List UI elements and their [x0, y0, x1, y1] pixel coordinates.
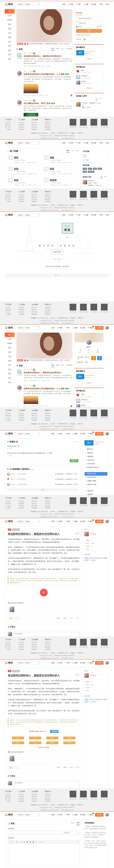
friend-link[interactable]: 大众百科: [50, 423, 57, 425]
nav-column[interactable]: 专栏: [65, 662, 70, 664]
topic-tag[interactable]: 白领: [98, 168, 102, 170]
footer-link[interactable]: 问题反馈: [45, 793, 58, 796]
header-avatar[interactable]: [105, 520, 109, 523]
like-button[interactable]: 0: [70, 70, 72, 72]
carousel-dot-active[interactable]: [44, 353, 45, 354]
topic-card[interactable]: 生活4 个讨论 1 个关注7 天新增 1 个讨论，30 天新增 2 个讨论: [7, 165, 43, 177]
font-size-tag[interactable]: A+: [8, 529, 11, 530]
post-thumbnail-sunset[interactable]: [24, 396, 38, 404]
nav-shop[interactable]: 商城: [80, 327, 85, 329]
user-row[interactable]: adminV0 个讨论 0 次访问: [76, 81, 102, 85]
sidebar-item-fashion[interactable]: 时尚: [5, 39, 15, 44]
rewarder-avatar[interactable]: [9, 607, 14, 612]
nav-column[interactable]: 专栏: [65, 814, 70, 816]
nav-topic[interactable]: 话题: [73, 662, 78, 664]
menu-signin-records[interactable]: 我的签到记录: [84, 476, 107, 479]
footer-link[interactable]: 机构认证: [32, 642, 45, 644]
signin-more-link[interactable]: 查看更多: [76, 381, 102, 384]
like-button[interactable]: 0: [8, 617, 15, 620]
footer-link[interactable]: 推广合作: [5, 417, 19, 419]
sidebar-item-news[interactable]: 新鲜事: [5, 341, 15, 346]
search-input[interactable]: [17, 141, 40, 145]
profile-name[interactable]: admin: [86, 346, 91, 348]
footer-link[interactable]: 数字营销: [32, 798, 45, 800]
footer-link[interactable]: 网站历程: [5, 196, 19, 198]
more-button[interactable]: 更多: [7, 488, 78, 492]
topic-tag[interactable]: 职场: [83, 170, 87, 173]
topic-tag[interactable]: 生活: [93, 168, 97, 170]
search-icon[interactable]: [38, 214, 39, 215]
footer-link[interactable]: 用户协议: [45, 502, 58, 504]
favorite-action[interactable]: 收藏: [62, 767, 66, 768]
sidebar-item-hot[interactable]: 热门: [5, 9, 15, 13]
topic-tag[interactable]: 推广: [50, 157, 54, 159]
remember-checkbox[interactable]: [76, 26, 78, 27]
reward-button[interactable]: 赏: [40, 589, 48, 596]
topics-tab-7d[interactable]: 7天: [71, 150, 74, 153]
menu-signin-points-activity[interactable]: 签到积分动态: [84, 472, 107, 476]
stat-following[interactable]: 1关注: [76, 349, 85, 353]
footer-link[interactable]: 赞助服务: [32, 419, 45, 421]
nav-shop[interactable]: 商城: [91, 3, 96, 5]
footer-link[interactable]: 推广合作: [5, 311, 19, 313]
post-title[interactable]: 如果你无法把你的心完无保留的交给 一个人保管话题: [24, 73, 72, 75]
rank-tab-7d[interactable]: 7天: [95, 98, 97, 100]
user-name[interactable]: admin: [10, 484, 15, 485]
sidebar-item-society[interactable]: 社会: [5, 31, 15, 35]
footer-link[interactable]: 使用帮助: [45, 800, 58, 802]
friend-link[interactable]: 企业营销系统下载: [58, 204, 70, 206]
signin-button[interactable]: 签到: [84, 440, 93, 445]
footer-link[interactable]: 专家咨询: [19, 646, 32, 648]
nav-home[interactable]: 首页: [61, 3, 65, 5]
topic-tag[interactable]: 职场: [14, 179, 18, 181]
footer-link[interactable]: 商务合作: [32, 502, 45, 504]
italic-icon[interactable]: I: [19, 841, 19, 843]
recharge-button[interactable]: 充值: [91, 356, 96, 360]
footer-link[interactable]: 商务合作: [32, 414, 45, 417]
friend-link[interactable]: 导航邮箱: [70, 652, 78, 654]
footer-link[interactable]: 隐私政策: [45, 798, 58, 800]
footer-link[interactable]: 专家咨询: [19, 504, 32, 507]
post-author-name[interactable]: admin: [16, 105, 22, 106]
footer-link[interactable]: 问题反馈: [45, 642, 58, 644]
footer-link[interactable]: 机构认证: [32, 412, 45, 414]
reward-amount-button[interactable]: 2元: [29, 737, 41, 739]
post-title[interactable]: 别让你最后的年轻，用在了妥协话题: [24, 102, 72, 105]
footer-link[interactable]: 专家咨询: [19, 126, 32, 128]
author-avatar[interactable]: [84, 532, 89, 536]
nav-topic[interactable]: 话题: [73, 520, 78, 523]
footer-link[interactable]: 商务合作: [32, 644, 45, 646]
footer-link[interactable]: 问题反馈: [45, 122, 58, 124]
footer-link[interactable]: 行家服务: [19, 502, 32, 504]
signin-button[interactable]: 签到: [76, 50, 84, 55]
friend-link[interactable]: 导航邮箱: [70, 204, 78, 206]
footer-link[interactable]: 用户协议: [45, 196, 58, 198]
carousel-dot[interactable]: [42, 37, 43, 38]
menu-promotion-earn[interactable]: 我要推广赚钱: [84, 479, 107, 483]
footer-link[interactable]: 专家咨询: [19, 417, 32, 419]
publish-button[interactable]: 发布: [95, 813, 104, 817]
nav-shop[interactable]: 商城: [80, 662, 85, 664]
register-link[interactable]: 注册: [106, 214, 109, 216]
search-icon[interactable]: [38, 521, 39, 522]
carousel-banner[interactable]: [16, 9, 72, 42]
footer-link[interactable]: 网站历程: [5, 124, 19, 126]
friend-link[interactable]: 网站导航: [78, 652, 83, 654]
footer-link[interactable]: 机构认证: [32, 122, 45, 124]
friend-link[interactable]: 网站导航: [78, 204, 83, 206]
footer-link[interactable]: 网站历程: [5, 502, 19, 504]
footer-link[interactable]: 使用帮助: [45, 507, 58, 509]
sidebar-item-rank[interactable]: 榜单: [5, 346, 15, 350]
user-avatar[interactable]: [7, 478, 10, 480]
footer-link[interactable]: 订阅服务: [19, 128, 32, 130]
like-button[interactable]: 0: [70, 369, 72, 370]
topic-card[interactable]: 推广7 个讨论 1 个关注7 天新增 1 个讨论，30 天新增 2 个讨论: [43, 154, 79, 165]
footer-link[interactable]: 实名认证: [19, 412, 32, 414]
nav-notifications[interactable]: 通知3: [88, 814, 93, 816]
nav-topic[interactable]: 话题: [73, 433, 78, 435]
carousel-dot-active[interactable]: [44, 37, 45, 38]
footer-link[interactable]: 公司简介: [5, 793, 19, 796]
menu-my-drafts[interactable]: 我的草稿: [84, 451, 107, 455]
site-logo[interactable]: 我约: [5, 213, 13, 216]
author-row[interactable]: 平平淡淡 V ✕: [84, 673, 107, 679]
